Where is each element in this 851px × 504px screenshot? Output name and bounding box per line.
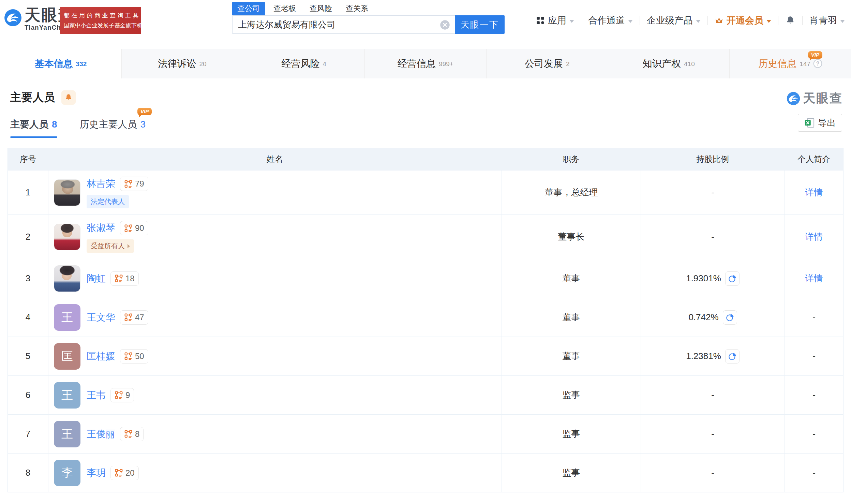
tab-operating-info[interactable]: 经营信息999+ — [365, 49, 487, 78]
search-tabs: 查公司 查老板 查风险 查关系 — [232, 2, 505, 15]
person-role-tag[interactable]: 法定代表人 — [87, 195, 129, 208]
profile-cell: 详情 — [785, 259, 843, 298]
person-photo-avatar[interactable] — [54, 224, 80, 250]
table-body: 1 林吉荣 79 法定代表人 董事，总经理 - 详情 2 — [8, 170, 843, 492]
person-letter-avatar[interactable]: 王 — [54, 421, 80, 447]
export-button[interactable]: 导出 — [798, 114, 842, 132]
shareholding-pie-button[interactable] — [723, 310, 737, 325]
relations-badge[interactable]: 50 — [120, 349, 148, 364]
pie-chart-icon — [728, 352, 737, 361]
clear-search-icon[interactable] — [440, 20, 450, 30]
search-input[interactable] — [233, 16, 455, 33]
tab-operating-risk[interactable]: 经营风险4 — [243, 49, 365, 78]
relations-graph-icon — [124, 224, 133, 233]
person-name-link[interactable]: 陶虹 — [87, 272, 106, 285]
subtab-key-personnel[interactable]: 主要人员8 — [10, 118, 57, 138]
bell-icon — [64, 93, 73, 102]
nav-apps[interactable]: 应用 — [536, 14, 574, 27]
tab-intellectual-property[interactable]: 知识产权410 — [608, 49, 730, 78]
vip-crown-icon — [715, 16, 723, 25]
search-tab-relation[interactable]: 查关系 — [341, 2, 373, 15]
col-header-index: 序号 — [8, 154, 48, 165]
tab-basic-info[interactable]: 基本信息332 — [0, 49, 122, 78]
promo-banner: 都在用的商业查询工具 国家中小企业发展子基金旗下机构 — [60, 7, 141, 34]
relations-badge[interactable]: 9 — [110, 388, 134, 402]
tianyancha-logo-icon — [787, 92, 800, 105]
relations-badge[interactable]: 79 — [120, 177, 148, 191]
nav-notifications[interactable] — [785, 15, 795, 26]
table-row: 3 陶虹 18 董事 1.9301% 详情 — [8, 259, 843, 298]
relations-badge[interactable]: 90 — [120, 221, 148, 235]
profile-detail-link[interactable]: 详情 — [805, 231, 823, 243]
profile-detail-link[interactable]: 详情 — [805, 187, 823, 198]
person-name-link[interactable]: 王韦 — [87, 389, 106, 402]
tianyancha-logo-icon — [4, 9, 22, 27]
main-content: 主要人员 天眼查 主要人员8 VIP 历史主要人员3 导出 序号 姓名 职务 持… — [0, 78, 851, 492]
person-name-link[interactable]: 匡桂媛 — [87, 350, 115, 363]
person-photo-avatar[interactable] — [54, 179, 80, 206]
person-name-link[interactable]: 张淑琴 — [87, 222, 115, 235]
col-header-profile: 个人简介 — [785, 154, 843, 165]
table-row: 6 王 王韦 9 监事 - - — [8, 375, 843, 414]
profile-cell: - — [785, 415, 843, 453]
person-name-link[interactable]: 王文华 — [87, 311, 115, 324]
name-cell: 张淑琴 90 受益所有人 — [48, 215, 502, 259]
table-row: 1 林吉荣 79 法定代表人 董事，总经理 - 详情 — [8, 170, 843, 214]
person-role-tag[interactable]: 受益所有人 — [87, 239, 134, 253]
pie-chart-icon — [726, 313, 734, 322]
tab-history-info[interactable]: VIP 历史信息147 — [730, 49, 851, 78]
person-photo-avatar[interactable] — [54, 265, 80, 292]
divider — [640, 16, 640, 25]
watermark-logo: 天眼查 — [787, 90, 843, 107]
person-name-link[interactable]: 李玥 — [87, 466, 106, 479]
relations-graph-icon — [124, 352, 133, 360]
notification-bell-icon — [785, 15, 795, 26]
chevron-down-icon — [840, 20, 845, 23]
nav-user[interactable]: 肖青羽 — [809, 14, 845, 27]
company-tab-bar: 基本信息332 法律诉讼20 经营风险4 经营信息999+ 公司发展2 知识产权… — [0, 49, 851, 78]
monitor-bell-button[interactable] — [61, 90, 76, 105]
row-index-cell: 6 — [8, 376, 48, 414]
search-tab-company[interactable]: 查公司 — [232, 2, 265, 15]
user-name: 肖青羽 — [809, 14, 837, 27]
person-letter-avatar[interactable]: 李 — [54, 460, 80, 486]
table-row: 2 张淑琴 90 受益所有人 董事长 - 详情 — [8, 214, 843, 259]
ratio-cell: - — [641, 415, 785, 453]
search-button[interactable]: 天眼一下 — [455, 15, 505, 34]
person-letter-avatar[interactable]: 王 — [54, 382, 80, 409]
chevron-down-icon — [569, 20, 574, 23]
person-name-link[interactable]: 王俊丽 — [87, 428, 115, 441]
shareholding-pie-button[interactable] — [725, 271, 740, 286]
profile-detail-link[interactable]: 详情 — [805, 272, 823, 284]
relations-badge[interactable]: 47 — [120, 310, 148, 325]
person-letter-avatar[interactable]: 匡 — [54, 343, 80, 370]
row-index-cell: 4 — [8, 298, 48, 337]
subtab-history-personnel[interactable]: VIP 历史主要人员3 — [80, 118, 146, 138]
position-cell: 董事 — [502, 337, 641, 375]
name-cell: 王 王韦 9 — [48, 376, 502, 414]
search-tab-boss[interactable]: 查老板 — [268, 2, 301, 15]
nav-partner-channel[interactable]: 合作通道 — [588, 14, 633, 27]
position-cell: 监事 — [502, 376, 641, 414]
search-tab-risk[interactable]: 查风险 — [304, 2, 337, 15]
name-cell: 王 王俊丽 8 — [48, 415, 502, 453]
person-name-link[interactable]: 林吉荣 — [87, 177, 115, 190]
relations-badge[interactable]: 18 — [110, 271, 139, 286]
nav-vip-upgrade[interactable]: 开通会员 — [715, 14, 771, 27]
col-header-position: 职务 — [502, 154, 641, 165]
vip-badge: VIP — [808, 51, 822, 59]
relations-badge[interactable]: 8 — [120, 427, 144, 441]
tab-company-development[interactable]: 公司发展2 — [487, 49, 608, 78]
profile-cell: - — [785, 298, 843, 337]
help-icon[interactable] — [813, 59, 822, 68]
row-index-cell: 8 — [8, 454, 48, 492]
position-cell: 董事 — [502, 259, 641, 298]
table-header: 序号 姓名 职务 持股比例 个人简介 — [8, 148, 843, 170]
tab-legal-proceedings[interactable]: 法律诉讼20 — [122, 49, 243, 78]
chevron-down-icon — [766, 20, 771, 23]
table-row: 5 匡 匡桂媛 50 董事 1.2381% - — [8, 337, 843, 375]
nav-enterprise-products[interactable]: 企业级产品 — [647, 14, 701, 27]
person-letter-avatar[interactable]: 王 — [54, 304, 80, 331]
relations-badge[interactable]: 20 — [110, 466, 139, 480]
shareholding-pie-button[interactable] — [725, 349, 740, 364]
